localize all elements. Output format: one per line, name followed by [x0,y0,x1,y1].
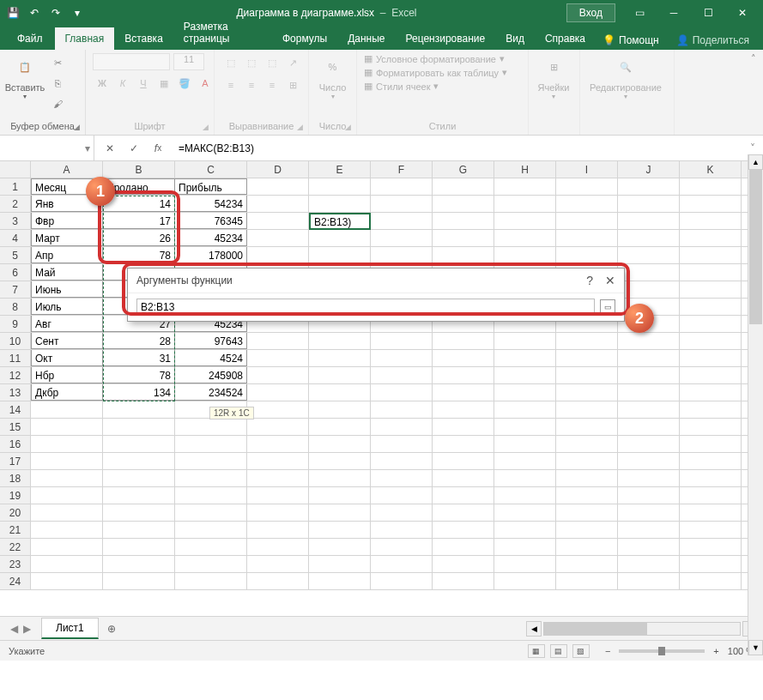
cell[interactable] [247,213,309,229]
fx-icon[interactable]: fx [148,138,168,159]
minimize-icon[interactable]: ─ [657,0,691,26]
cell[interactable]: Март [31,230,103,246]
tab-review[interactable]: Рецензирование [396,27,496,50]
cell[interactable] [680,522,742,538]
cell[interactable] [680,419,742,435]
cancel-formula-icon[interactable]: ✕ [100,138,120,159]
col-header-A[interactable]: A [31,161,103,178]
cell[interactable] [433,196,494,212]
cell[interactable]: Дкбр [31,384,103,401]
col-header-E[interactable]: E [309,161,371,178]
cell[interactable] [371,401,433,418]
cell[interactable] [371,247,433,263]
cut-icon[interactable]: ✂ [48,53,67,72]
merge-icon[interactable]: ⊞ [283,75,302,94]
paste-button[interactable]: 📋 Вставить▾ [7,53,43,100]
cell[interactable] [618,178,680,195]
cell[interactable] [618,573,680,589]
cell-styles-button[interactable]: ▦ Стили ячеек ▾ [364,81,439,92]
scroll-thumb[interactable] [749,170,762,324]
cell[interactable] [309,401,371,418]
cell[interactable] [556,556,618,572]
save-icon[interactable]: 💾 [3,3,22,22]
cell[interactable] [494,333,556,349]
cell[interactable] [680,178,742,195]
cell[interactable] [247,539,309,555]
zoom-out-icon[interactable]: − [602,646,614,656]
cell[interactable]: 17 [103,213,175,229]
scroll-up-icon[interactable]: ▲ [748,154,763,170]
cell[interactable] [31,539,103,555]
qat-customize-icon[interactable]: ▾ [68,3,87,22]
row-header[interactable]: 17 [0,453,31,469]
row-header[interactable]: 8 [0,299,31,315]
cell[interactable] [309,539,371,555]
number-expand-icon[interactable]: ◢ [342,123,353,133]
cell[interactable] [103,419,175,435]
cell[interactable] [618,264,680,281]
cell[interactable]: 54234 [175,196,247,212]
cell[interactable]: 4524 [175,350,247,366]
row-header[interactable]: 3 [0,213,31,229]
cell[interactable] [309,230,371,246]
cell[interactable] [433,213,494,229]
cell[interactable] [618,350,680,366]
cell[interactable] [433,573,494,589]
cell[interactable]: 26 [103,230,175,246]
cell[interactable]: 31 [103,350,175,366]
view-page-layout-icon[interactable]: ▤ [550,644,567,658]
cell[interactable] [618,247,680,263]
cell[interactable] [247,436,309,452]
cell[interactable] [309,487,371,504]
collapse-ribbon-icon[interactable]: ˄ [744,50,763,135]
cell[interactable] [371,384,433,401]
cell[interactable] [371,556,433,572]
cell[interactable] [556,350,618,366]
cell[interactable] [309,419,371,435]
dialog-close-icon[interactable]: ✕ [605,274,615,287]
row-header[interactable]: 9 [0,316,31,332]
cell[interactable] [680,281,742,298]
cell[interactable] [31,504,103,521]
cell[interactable] [247,504,309,521]
cell[interactable] [494,573,556,589]
cell[interactable]: 97643 [175,333,247,349]
align-expand-icon[interactable]: ◢ [294,123,305,133]
italic-icon[interactable]: К [113,74,132,93]
cell[interactable] [247,487,309,504]
cell[interactable] [371,504,433,521]
cell[interactable] [247,556,309,572]
tab-home[interactable]: Главная [55,27,115,50]
tell-me-button[interactable]: 💡 Помощн [596,31,666,50]
cell[interactable] [433,504,494,521]
cell[interactable]: Сент [31,333,103,349]
cell[interactable]: Продано [103,178,175,195]
cell[interactable] [433,487,494,504]
underline-icon[interactable]: Ч [134,74,153,93]
cell[interactable] [31,573,103,589]
cell[interactable] [433,401,494,418]
row-header[interactable]: 19 [0,487,31,504]
cell[interactable] [494,178,556,195]
cell[interactable] [618,522,680,538]
cell[interactable] [309,178,371,195]
font-size-box[interactable]: 11 [173,53,204,70]
cell[interactable]: 76345 [175,213,247,229]
hscroll-thumb[interactable] [544,623,647,635]
cell[interactable] [371,350,433,366]
zoom-in-icon[interactable]: + [710,646,722,656]
align-middle-icon[interactable]: ⬚ [242,53,261,72]
cell[interactable] [680,196,742,212]
cell[interactable] [618,384,680,401]
cell[interactable] [103,573,175,589]
cell[interactable] [371,436,433,452]
cell[interactable] [433,436,494,452]
cell[interactable] [618,213,680,229]
cell[interactable] [31,401,103,418]
row-header[interactable]: 4 [0,230,31,246]
cell[interactable] [247,522,309,538]
add-sheet-icon[interactable]: ⊕ [99,619,124,638]
cell[interactable] [247,196,309,212]
cell[interactable] [680,316,742,332]
undo-icon[interactable]: ↶ [25,3,44,22]
